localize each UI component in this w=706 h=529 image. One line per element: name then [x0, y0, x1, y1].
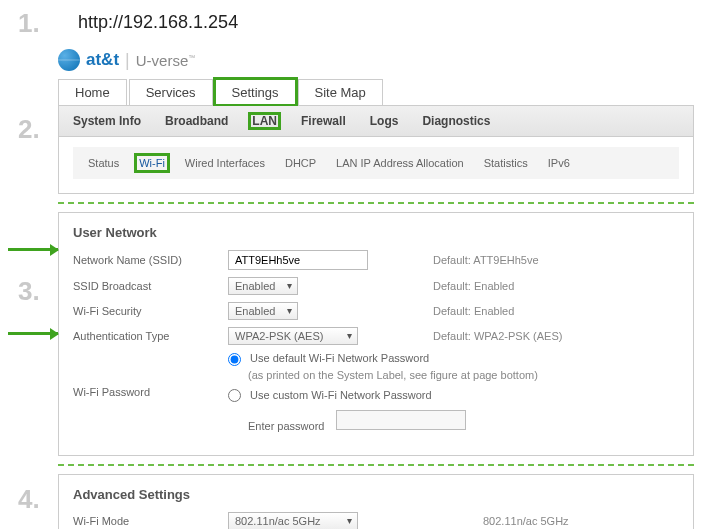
subtab-lan[interactable]: LAN	[250, 114, 279, 128]
lan-tab-wifi[interactable]: Wi-Fi	[136, 155, 168, 171]
brand-att: at&t	[86, 50, 119, 70]
settings-subtabs: System Info Broadband LAN Firewall Logs …	[58, 106, 694, 137]
password-custom-label: Use custom Wi-Fi Network Password	[250, 389, 432, 401]
password-default-radio[interactable]	[228, 353, 241, 366]
subtab-system-info[interactable]: System Info	[71, 114, 143, 128]
main-tabs: Home Services Settings Site Map	[58, 79, 694, 106]
auth-label: Authentication Type	[73, 330, 228, 342]
subtab-logs[interactable]: Logs	[368, 114, 401, 128]
ssid-input[interactable]	[228, 250, 368, 270]
broadcast-label: SSID Broadcast	[73, 280, 228, 292]
tab-home[interactable]: Home	[58, 79, 127, 105]
security-default: Default: Enabled	[433, 305, 514, 317]
tab-site-map[interactable]: Site Map	[298, 79, 383, 105]
wifi-mode-label: Wi-Fi Mode	[73, 515, 228, 527]
broadcast-select[interactable]: Enabled	[228, 277, 298, 295]
wifi-mode-select[interactable]: 802.11n/ac 5GHz	[228, 512, 358, 529]
divider	[58, 202, 694, 204]
tab-services[interactable]: Services	[129, 79, 213, 105]
subtab-firewall[interactable]: Firewall	[299, 114, 348, 128]
enter-password-label: Enter password	[248, 420, 324, 432]
advanced-panel: Advanced Settings Wi-Fi Mode 802.11n/ac …	[58, 474, 694, 529]
ssid-default: Default: ATT9EHh5ve	[433, 254, 539, 266]
lan-tab-ip-alloc[interactable]: LAN IP Address Allocation	[333, 155, 467, 171]
auth-select[interactable]: WPA2-PSK (AES)	[228, 327, 358, 345]
step-number-3: 3.	[0, 276, 58, 307]
lan-tabs: Status Wi-Fi Wired Interfaces DHCP LAN I…	[73, 147, 679, 179]
broadcast-default: Default: Enabled	[433, 280, 514, 292]
tab-settings[interactable]: Settings	[215, 79, 296, 105]
security-select[interactable]: Enabled	[228, 302, 298, 320]
brand-product: U-verse™	[136, 52, 196, 69]
subtab-broadband[interactable]: Broadband	[163, 114, 230, 128]
password-default-label: Use default Wi-Fi Network Password	[250, 352, 429, 364]
lan-tab-dhcp[interactable]: DHCP	[282, 155, 319, 171]
step-number-2: 2.	[0, 106, 58, 145]
lan-tab-status[interactable]: Status	[85, 155, 122, 171]
password-default-note: (as printed on the System Label, see fig…	[248, 369, 538, 381]
divider	[58, 464, 694, 466]
security-label: Wi-Fi Security	[73, 305, 228, 317]
user-network-title: User Network	[73, 225, 679, 240]
enter-password-input[interactable]	[336, 410, 466, 430]
advanced-title: Advanced Settings	[73, 487, 679, 502]
globe-icon	[58, 49, 80, 71]
lan-tab-statistics[interactable]: Statistics	[481, 155, 531, 171]
ssid-label: Network Name (SSID)	[73, 254, 228, 266]
lan-tab-wired[interactable]: Wired Interfaces	[182, 155, 268, 171]
wifi-mode-display: 802.11n/ac 5GHz	[483, 515, 569, 527]
subtab-diagnostics[interactable]: Diagnostics	[420, 114, 492, 128]
password-custom-radio[interactable]	[228, 389, 241, 402]
password-label: Wi-Fi Password	[73, 386, 228, 398]
step-number-4: 4.	[0, 474, 58, 515]
brand-logo: at&t | U-verse™	[58, 45, 694, 79]
address-bar-text: http://192.168.1.254	[58, 6, 238, 45]
auth-default: Default: WPA2-PSK (AES)	[433, 330, 562, 342]
step-number-1: 1.	[0, 6, 58, 39]
lan-tab-ipv6[interactable]: IPv6	[545, 155, 573, 171]
user-network-panel: User Network Network Name (SSID) Default…	[58, 212, 694, 456]
